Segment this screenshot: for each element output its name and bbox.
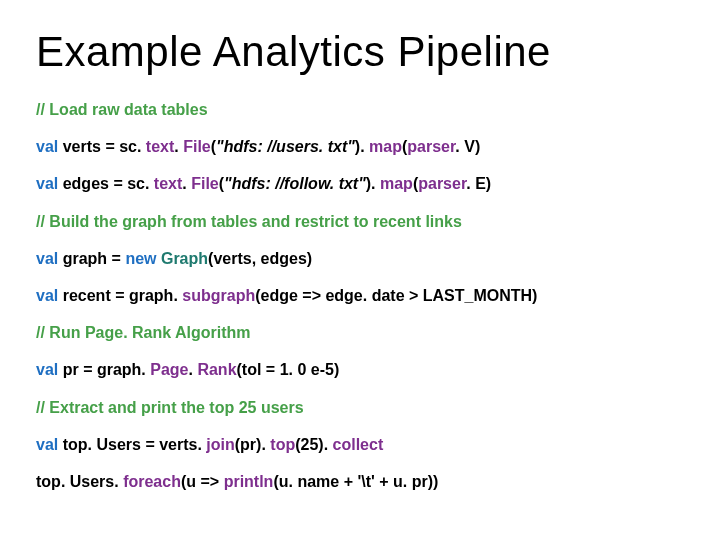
code-text: . V)	[455, 138, 480, 155]
fn-rank: Rank	[197, 361, 236, 378]
keyword-val: val	[36, 138, 63, 155]
keyword-val: val	[36, 250, 63, 267]
fn-parser: parser	[418, 175, 466, 192]
code-comment-load: // Load raw data tables	[36, 100, 684, 119]
fn-join: join	[206, 436, 234, 453]
code-text: .	[174, 138, 183, 155]
code-text: (u =>	[181, 473, 224, 490]
code-text: ).	[366, 175, 380, 192]
code-text: edges = sc.	[63, 175, 154, 192]
code-comment-extract: // Extract and print the top 25 users	[36, 398, 684, 417]
fn-subgraph: subgraph	[182, 287, 255, 304]
fn-text: text	[154, 175, 182, 192]
keyword-new: new	[125, 250, 161, 267]
code-text: (edge => edge. date > LAST_MONTH)	[255, 287, 537, 304]
code-comment-pagerank: // Run Page. Rank Algorithm	[36, 323, 684, 342]
code-text: . E)	[466, 175, 491, 192]
code-text: ).	[355, 138, 369, 155]
code-text: (tol = 1. 0 e-5)	[237, 361, 340, 378]
fn-collect: collect	[333, 436, 384, 453]
fn-println: println	[224, 473, 274, 490]
code-comment-build: // Build the graph from tables and restr…	[36, 212, 684, 231]
type-graph: Graph	[161, 250, 208, 267]
code-text: (pr).	[235, 436, 271, 453]
code-text: (25).	[295, 436, 332, 453]
keyword-val: val	[36, 361, 63, 378]
code-text: recent = graph.	[63, 287, 183, 304]
code-line-topusers: val top. Users = verts. join(pr). top(25…	[36, 435, 684, 454]
fn-file: File	[191, 175, 219, 192]
code-line-recent: val recent = graph. subgraph(edge => edg…	[36, 286, 684, 305]
slide: Example Analytics Pipeline // Load raw d…	[0, 0, 720, 540]
fn-file: File	[183, 138, 211, 155]
code-line-foreach: top. Users. foreach(u => println(u. name…	[36, 472, 684, 491]
fn-foreach: foreach	[123, 473, 181, 490]
fn-map: map	[369, 138, 402, 155]
fn-top: top	[270, 436, 295, 453]
fn-text: text	[146, 138, 174, 155]
code-text: (verts, edges)	[208, 250, 312, 267]
code-text: verts = sc.	[63, 138, 146, 155]
fn-page: Page	[150, 361, 188, 378]
fn-map: map	[380, 175, 413, 192]
slide-title: Example Analytics Pipeline	[36, 28, 684, 76]
keyword-val: val	[36, 287, 63, 304]
code-text: pr = graph.	[63, 361, 151, 378]
fn-parser: parser	[407, 138, 455, 155]
code-line-edges: val edges = sc. text. File("hdfs: //foll…	[36, 174, 684, 193]
code-text: .	[182, 175, 191, 192]
code-text: top. Users = verts.	[63, 436, 207, 453]
string-literal: "hdfs: //follow. txt"	[224, 175, 366, 192]
code-line-pr: val pr = graph. Page. Rank(tol = 1. 0 e-…	[36, 360, 684, 379]
code-text: graph =	[63, 250, 126, 267]
code-text: top. Users.	[36, 473, 123, 490]
keyword-val: val	[36, 175, 63, 192]
code-line-graph: val graph = new Graph(verts, edges)	[36, 249, 684, 268]
code-text: (u. name + '\t' + u. pr))	[273, 473, 438, 490]
keyword-val: val	[36, 436, 63, 453]
code-line-verts: val verts = sc. text. File("hdfs: //user…	[36, 137, 684, 156]
string-literal: "hdfs: //users. txt"	[216, 138, 355, 155]
